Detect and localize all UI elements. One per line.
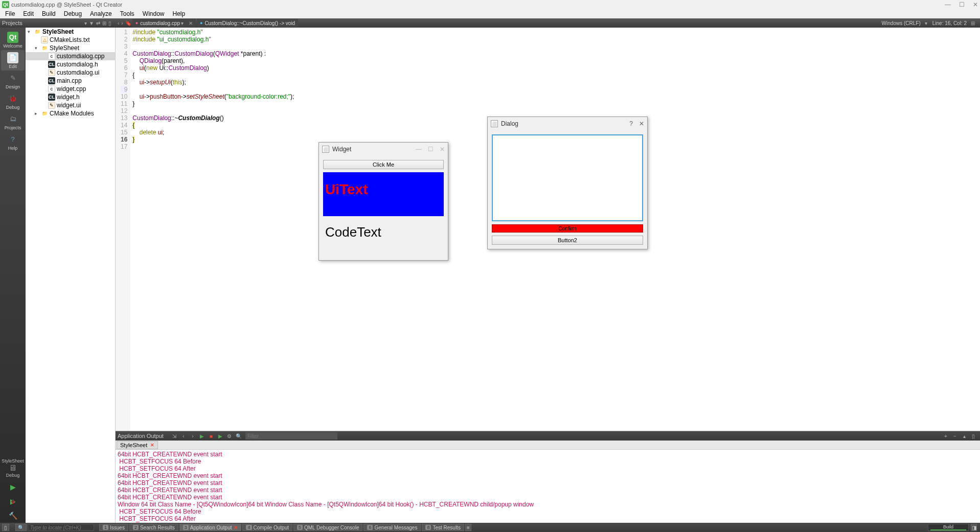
maximize-icon[interactable]: ☐ — [428, 146, 434, 153]
output-filter-input[interactable] — [245, 432, 337, 440]
menu-window[interactable]: Window — [139, 10, 169, 18]
mode-help[interactable]: ? Help — [1, 132, 25, 152]
build-indicator[interactable]: Build — [928, 524, 969, 531]
expander-icon[interactable]: ▾ — [35, 45, 40, 51]
open-file-selector[interactable]: ● customdialog.cpp ▾ ✕ — [132, 19, 196, 27]
line-col-indicator[interactable]: Line: 16, Col: 2 — [932, 20, 967, 26]
link-icon[interactable]: ⇄ — [96, 20, 100, 26]
tree-item-customdialog-h[interactable]: CL customdialog.h — [26, 60, 115, 68]
toggle-right-sidebar-icon[interactable]: ◨ — [971, 524, 977, 531]
nav-forward-icon[interactable]: › — [121, 20, 123, 26]
expander-icon[interactable]: ▾ — [28, 29, 33, 34]
output-tabs: StyleSheet ✕ — [116, 441, 980, 450]
tree-item-widget-cpp[interactable]: c widget.cpp — [26, 85, 115, 93]
output-tab-stylesheet[interactable]: StyleSheet ✕ — [117, 441, 158, 449]
widget-window-titlebar[interactable]: ⬜ Widget — ☐ ✕ — [319, 143, 448, 156]
tree-item-customdialog-cpp[interactable]: c customdialog.cpp — [26, 52, 115, 60]
widget-app-window[interactable]: ⬜ Widget — ☐ ✕ Click Me UiText CodeText — [318, 142, 448, 261]
rerun2-icon[interactable]: ▶ — [216, 432, 224, 440]
tree-item-cmake-modules[interactable]: ▸ 📁 CMake Modules — [26, 109, 115, 118]
design-icon: ✎ — [7, 73, 18, 84]
output-min-icon[interactable]: ▴ — [960, 432, 968, 440]
status-tab-compile[interactable]: 4Compile Output — [242, 524, 292, 531]
run-debug-button[interactable]: ▶🐞 — [5, 495, 20, 507]
expander-icon[interactable]: ▸ — [35, 111, 40, 116]
menu-build[interactable]: Build — [38, 10, 60, 18]
output-text[interactable]: 64bit HCBT_CREATEWND event start HCBT_SE… — [116, 450, 980, 523]
output-close-icon[interactable]: ▯ — [969, 432, 977, 440]
status-tab-issues[interactable]: 1Issues — [99, 524, 128, 531]
minimize-icon[interactable]: — — [416, 146, 422, 153]
symbol-selector[interactable]: ● CustomDialog::~CustomDialog() -> void — [197, 19, 298, 27]
menu-help[interactable]: Help — [169, 10, 190, 18]
close-tab-icon[interactable]: ✕ — [150, 443, 154, 448]
mode-design[interactable]: ✎ Design — [1, 71, 25, 91]
close-icon[interactable]: ✕ — [440, 146, 445, 153]
button2-button[interactable]: Button2 — [492, 236, 643, 245]
menu-debug[interactable]: Debug — [60, 10, 86, 18]
tree-item-widget-h[interactable]: CL widget.h — [26, 93, 115, 101]
menu-tools[interactable]: Tools — [116, 10, 139, 18]
split-editor-icon[interactable]: ⊞ — [971, 20, 975, 26]
close-file-icon[interactable]: ✕ — [189, 20, 193, 26]
mode-debug[interactable]: 🐞 Debug — [1, 91, 25, 111]
status-tab-app-output[interactable]: 3Application Output✕ — [179, 524, 242, 531]
menu-analyze[interactable]: Analyze — [86, 10, 116, 18]
tree-item-cmakelists[interactable]: △ CMakeLists.txt — [26, 36, 115, 44]
click-me-button[interactable]: Click Me — [323, 160, 444, 169]
maximize-button[interactable]: ☐ — [959, 1, 965, 8]
output-plus-icon[interactable]: + — [942, 432, 950, 440]
filter-icon[interactable]: ▾ — [84, 20, 87, 26]
target-selector[interactable]: StyleSheet 🖥 Debug — [1, 458, 25, 478]
file-dropdown-icon[interactable]: ▾ — [181, 20, 184, 26]
mode-edit[interactable]: 📄 Edit — [1, 50, 25, 71]
tree-item-widget-ui[interactable]: ✎ widget.ui — [26, 101, 115, 109]
locator-icon[interactable]: 🔍 — [15, 524, 27, 531]
output-title: Application Output — [118, 433, 164, 439]
status-tab-tests[interactable]: 8Test Results — [422, 524, 464, 531]
tree-item-main-cpp[interactable]: CL main.cpp — [26, 77, 115, 85]
next-icon[interactable]: › — [189, 432, 197, 440]
run-button[interactable]: ▶ — [5, 481, 20, 493]
help-icon[interactable]: ? — [629, 120, 633, 127]
filter-funnel-icon[interactable]: ▼ — [89, 20, 94, 26]
bookmark-icon[interactable]: 🔖 — [125, 20, 131, 26]
editor-pane: 1 2 3 4 5 6 7 8 9 10 11 12 13 14 15 16 1… — [116, 28, 980, 523]
tree-item-customdialog-ui[interactable]: ✎ customdialog.ui — [26, 68, 115, 77]
close-button[interactable]: ✕ — [973, 1, 978, 8]
tree-item-stylesheet-folder[interactable]: ▾ 📁 StyleSheet — [26, 44, 115, 52]
build-progress — [930, 529, 966, 530]
split-icon[interactable]: ▯ — [108, 20, 111, 26]
minimize-button[interactable]: — — [945, 1, 951, 8]
nav-back-icon[interactable]: ‹ — [118, 20, 119, 26]
line-encoding[interactable]: Windows (CRLF) — [882, 20, 921, 26]
status-tab-general[interactable]: 6General Messages — [363, 524, 421, 531]
close-icon[interactable]: ✕ — [639, 120, 644, 127]
dialog-app-window[interactable]: ⬜ Dialog ? ✕ Confirm Button2 — [487, 117, 648, 249]
status-tab-qml[interactable]: 5QML Debugger Console — [293, 524, 362, 531]
header-file-icon: CL — [48, 94, 55, 101]
confirm-button[interactable]: Confirm — [492, 224, 643, 233]
add-icon[interactable]: ⊞ — [102, 20, 106, 26]
menu-edit[interactable]: Edit — [19, 10, 38, 18]
close-icon[interactable]: ✕ — [234, 525, 238, 530]
dialog-text-area[interactable] — [492, 134, 643, 221]
widget-window-body: Click Me UiText CodeText — [319, 156, 448, 260]
mode-projects[interactable]: 🗂 Projects — [1, 111, 25, 132]
locator-input[interactable] — [28, 524, 94, 531]
mode-welcome[interactable]: Qt Welcome — [1, 30, 25, 50]
prev-icon[interactable]: ‹ — [179, 432, 188, 440]
project-tree[interactable]: ▾ 📁 StyleSheet △ CMakeLists.txt ▾ 📁 Styl… — [26, 28, 116, 523]
output-minus-icon[interactable]: − — [951, 432, 959, 440]
settings-icon[interactable]: ⚙ — [225, 432, 234, 440]
stop-icon[interactable]: ■ — [207, 432, 215, 440]
status-tab-search[interactable]: 2Search Results — [129, 524, 178, 531]
status-more-icon[interactable]: ≡ — [465, 524, 471, 531]
dialog-window-titlebar[interactable]: ⬜ Dialog ? ✕ — [488, 117, 647, 130]
rerun-icon[interactable]: ▶ — [198, 432, 206, 440]
build-button[interactable]: 🔨 — [5, 510, 20, 522]
tree-root[interactable]: ▾ 📁 StyleSheet — [26, 28, 115, 36]
menu-file[interactable]: File — [1, 10, 19, 18]
attach-icon[interactable]: ⇲ — [170, 432, 178, 440]
toggle-sidebar-icon[interactable]: ▯ — [2, 524, 9, 531]
